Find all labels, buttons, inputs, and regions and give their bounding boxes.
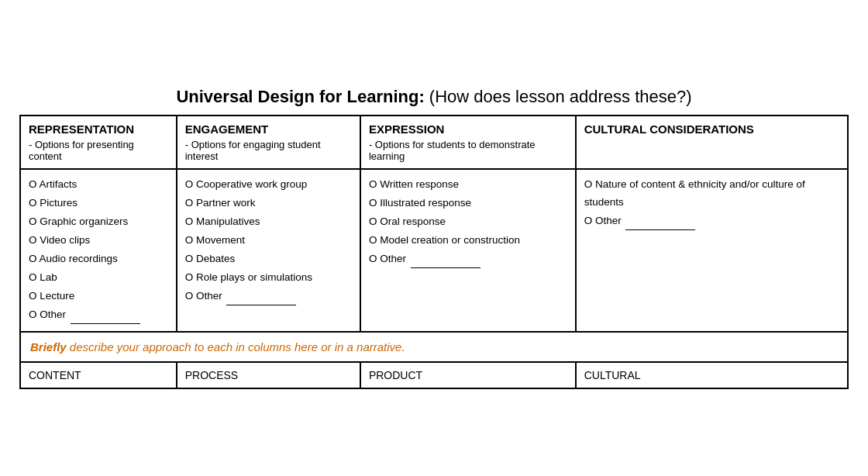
header-row: REPRESENTATION - Options for presenting … — [20, 116, 848, 169]
udl-table: REPRESENTATION - Options for presenting … — [19, 115, 849, 389]
list-item: Artifacts — [29, 176, 168, 194]
list-item: Illustrated response — [369, 195, 567, 212]
narrative-bold: Briefly — [30, 340, 67, 354]
header-engagement: ENGAGEMENT - Options for engaging studen… — [177, 116, 360, 169]
list-item: Manipulatives — [185, 213, 352, 231]
cell-engagement: Cooperative work group Partner work Mani… — [177, 169, 360, 332]
list-item: Graphic organizers — [29, 213, 168, 231]
blank-line — [71, 323, 140, 324]
narrative-cell: Briefly describe your approach to each i… — [20, 332, 848, 362]
list-item: Written response — [369, 176, 567, 194]
cell-representation: Artifacts Pictures Graphic organizers Vi… — [20, 169, 177, 332]
list-item: Other — [185, 288, 352, 305]
blank-line — [226, 305, 296, 305]
label-product: PRODUCT — [360, 362, 576, 388]
list-item: Other — [29, 306, 168, 324]
label-cultural: CULTURAL — [576, 362, 848, 388]
blank-line — [625, 229, 695, 230]
list-item: Model creation or construction — [369, 232, 567, 250]
title-normal: (How does lesson address these?) — [425, 87, 692, 106]
content-row: Artifacts Pictures Graphic organizers Vi… — [20, 169, 848, 332]
label-process: PROCESS — [177, 362, 360, 388]
header-representation: REPRESENTATION - Options for presenting … — [20, 116, 177, 169]
bottom-label-row: CONTENT PROCESS PRODUCT CULTURAL — [20, 362, 848, 388]
list-item: Video clips — [29, 232, 168, 250]
list-item: Cooperative work group — [185, 176, 352, 194]
expression-list: Written response Illustrated response Or… — [369, 176, 567, 268]
label-content: CONTENT — [20, 362, 177, 388]
cell-cultural: Nature of content & ethnicity and/or cul… — [576, 169, 848, 332]
list-item: Lab — [29, 269, 168, 287]
blank-line — [411, 267, 480, 268]
page-container: Universal Design for Learning: (How does… — [12, 79, 856, 397]
cell-expression: Written response Illustrated response Or… — [360, 169, 576, 332]
header-cultural: CULTURAL CONSIDERATIONS — [576, 116, 848, 169]
narrative-row: Briefly describe your approach to each i… — [20, 332, 848, 362]
cultural-list: Nature of content & ethnicity and/or cul… — [584, 176, 839, 230]
main-title: Universal Design for Learning: (How does… — [19, 87, 849, 107]
header-expression: EXPRESSION - Options for students to dem… — [360, 116, 576, 169]
list-item: Role plays or simulations — [185, 269, 352, 287]
title-bold: Universal Design for Learning: — [176, 87, 424, 106]
narrative-text: describe your approach to each in column… — [67, 340, 405, 354]
engagement-list: Cooperative work group Partner work Mani… — [185, 176, 352, 305]
list-item: Other — [369, 250, 567, 268]
list-item: Lecture — [29, 288, 168, 305]
list-item: Audio recordings — [29, 250, 168, 268]
list-item: Partner work — [185, 195, 352, 212]
list-item: Oral response — [369, 213, 567, 231]
list-item: Nature of content & ethnicity and/or cul… — [584, 176, 839, 212]
representation-list: Artifacts Pictures Graphic organizers Vi… — [29, 176, 168, 324]
list-item: Movement — [185, 232, 352, 250]
list-item: Debates — [185, 250, 352, 268]
list-item: Pictures — [29, 195, 168, 212]
list-item: Other — [584, 212, 839, 230]
